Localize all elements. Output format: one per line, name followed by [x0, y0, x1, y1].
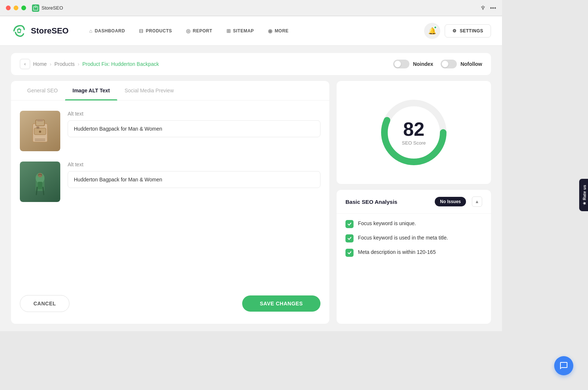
notification-dot	[434, 26, 437, 29]
left-panel: General SEO Image ALT Text Social Media …	[11, 81, 329, 324]
fullscreen-button[interactable]	[21, 6, 26, 10]
nofollow-label: Nofollow	[460, 61, 482, 67]
tag-icon: ⊟	[139, 28, 144, 34]
title-bar-text: StoreSEO	[32, 4, 63, 12]
gear-icon: ⚙	[452, 28, 457, 33]
breadcrumb-sep-1: ›	[50, 61, 51, 67]
alt-input-1[interactable]	[68, 120, 320, 137]
nav-right: 🔔 ⚙ SETTINGS	[424, 23, 491, 39]
nofollow-toggle-group: Nofollow	[441, 60, 482, 68]
tabs: General SEO Image ALT Text Social Media …	[11, 81, 329, 100]
sitemap-icon: ⊞	[226, 28, 231, 34]
tab-content: Alt text	[11, 100, 329, 324]
breadcrumb-sep-2: ›	[78, 61, 79, 67]
check-icon-3	[345, 249, 354, 257]
chart-icon: ◎	[186, 28, 191, 34]
save-changes-button[interactable]: SAVE CHANGES	[242, 295, 320, 312]
breadcrumb: ‹ Home › Products › Product Fix: Huddert…	[20, 59, 159, 69]
analysis-text-3: Meta description is within 120-165	[358, 248, 436, 256]
alt-label-2: Alt text	[68, 162, 320, 167]
title-bar: StoreSEO ♆ •••	[0, 0, 502, 16]
settings-button[interactable]: ⚙ SETTINGS	[445, 24, 491, 38]
svg-point-0	[18, 30, 20, 32]
analysis-item-1: Focus keyword is unique.	[345, 220, 482, 228]
seo-score-circle: 82 SEO Score	[377, 96, 451, 169]
product-image-1	[20, 111, 60, 151]
person-icon[interactable]: ♆	[480, 4, 485, 11]
button-row: CANCEL SAVE CHANGES	[20, 292, 320, 313]
right-panel: 82 SEO Score Basic SEO Analysis No Issue…	[337, 81, 491, 324]
nofollow-toggle[interactable]	[441, 60, 457, 68]
analysis-items: Focus keyword is unique. Focus keyword i…	[337, 214, 491, 263]
tab-general-seo[interactable]: General SEO	[20, 81, 65, 100]
collapse-button[interactable]: ▲	[472, 196, 482, 207]
more-options-icon[interactable]: •••	[490, 5, 496, 11]
score-center: 82 SEO Score	[402, 120, 426, 146]
chevron-left-icon: ‹	[24, 61, 26, 67]
content-area: ‹ Home › Products › Product Fix: Huddert…	[0, 46, 502, 331]
analysis-title: Basic SEO Analysis	[345, 199, 397, 205]
main-panels: General SEO Image ALT Text Social Media …	[11, 81, 491, 324]
app-container: StoreSEO ⌂ DASHBOARD ⊟ PRODUCTS ◎ REPORT…	[0, 16, 502, 331]
nav-dashboard[interactable]: ⌂ DASHBOARD	[83, 25, 131, 37]
close-button[interactable]	[6, 6, 11, 10]
analysis-text-1: Focus keyword is unique.	[358, 220, 416, 227]
svg-point-12	[38, 173, 42, 177]
svg-rect-3	[37, 119, 43, 121]
alt-item-1: Alt text	[20, 111, 320, 151]
analysis-panel: Basic SEO Analysis No Issues ▲	[337, 190, 491, 324]
more-icon: ◉	[268, 28, 273, 34]
top-nav: StoreSEO ⌂ DASHBOARD ⊟ PRODUCTS ◎ REPORT…	[0, 16, 502, 46]
home-icon: ⌂	[89, 28, 93, 34]
tab-social-media[interactable]: Social Media Preview	[117, 81, 181, 100]
noindex-toggle-group: Noindex	[393, 60, 433, 68]
title-bar-actions: ♆ •••	[480, 4, 496, 11]
nav-items: ⌂ DASHBOARD ⊟ PRODUCTS ◎ REPORT ⊞ SITEMA…	[83, 25, 424, 37]
alt-label-1: Alt text	[68, 111, 320, 117]
check-icon-1	[345, 220, 354, 228]
svg-rect-5	[36, 127, 39, 129]
noindex-toggle[interactable]	[393, 60, 409, 68]
alt-item-2: Alt text	[20, 162, 320, 202]
svg-point-6	[39, 131, 41, 133]
brand-name: StoreSEO	[31, 26, 69, 36]
chevron-up-icon: ▲	[475, 199, 479, 204]
product-image-2	[20, 162, 60, 202]
cancel-button[interactable]: CANCEL	[20, 295, 69, 312]
noindex-label: Noindex	[413, 61, 433, 67]
analysis-badge: No Issues	[435, 197, 466, 206]
alt-field-2: Alt text	[68, 162, 320, 188]
score-label: SEO Score	[402, 140, 426, 146]
score-panel: 82 SEO Score	[337, 81, 491, 184]
breadcrumb-home[interactable]: Home	[33, 61, 47, 67]
notifications-button[interactable]: 🔔	[424, 23, 440, 39]
analysis-item-2: Focus keyword is used in the meta title.	[345, 234, 482, 242]
minimize-button[interactable]	[14, 6, 18, 10]
svg-rect-11	[38, 182, 42, 189]
nav-more[interactable]: ◉ MORE	[262, 25, 295, 37]
nav-report[interactable]: ◎ REPORT	[180, 25, 218, 37]
alt-input-2[interactable]	[68, 171, 320, 188]
analysis-item-3: Meta description is within 120-165	[345, 248, 482, 257]
analysis-header: Basic SEO Analysis No Issues ▲	[337, 190, 491, 214]
breadcrumb-current: Product Fix: Hudderton Backpack	[82, 61, 159, 67]
nav-sitemap[interactable]: ⊞ SITEMAP	[220, 25, 260, 37]
breadcrumb-back-button[interactable]: ‹	[20, 59, 30, 69]
check-icon-2	[345, 234, 354, 242]
breadcrumb-toggles: Noindex Nofollow	[393, 60, 482, 68]
brand-logo	[11, 23, 27, 39]
score-number: 82	[402, 120, 426, 139]
nav-products[interactable]: ⊟ PRODUCTS	[133, 25, 178, 37]
title-bar-logo	[32, 4, 39, 12]
alt-field-1: Alt text	[68, 111, 320, 137]
breadcrumb-bar: ‹ Home › Products › Product Fix: Huddert…	[11, 53, 491, 75]
breadcrumb-products[interactable]: Products	[54, 61, 75, 67]
analysis-text-2: Focus keyword is used in the meta title.	[358, 234, 448, 242]
tab-image-alt-text[interactable]: Image ALT Text	[65, 81, 117, 100]
brand: StoreSEO	[11, 23, 69, 39]
